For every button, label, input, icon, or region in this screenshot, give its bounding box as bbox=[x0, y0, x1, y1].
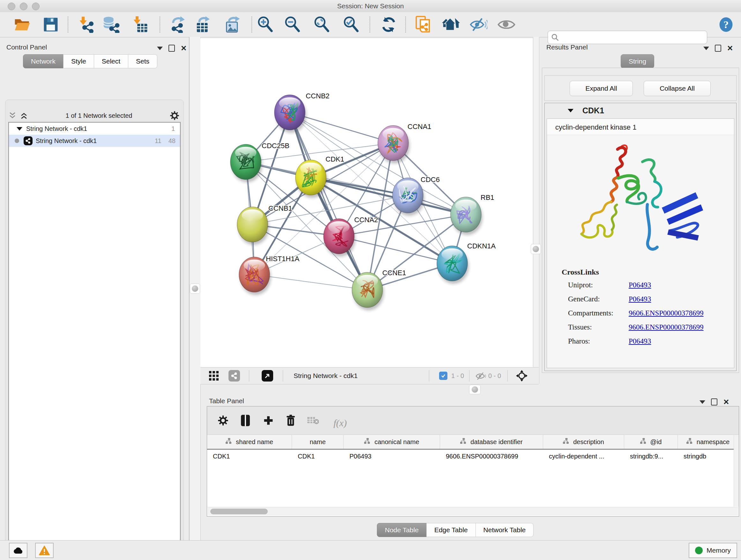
table-cell[interactable]: stringdb:9... bbox=[624, 453, 678, 460]
export-table-icon[interactable] bbox=[194, 16, 211, 33]
zoom-in-icon[interactable] bbox=[257, 16, 274, 33]
memory-button[interactable]: Memory bbox=[689, 543, 737, 558]
results-panel-close-icon[interactable]: ✕ bbox=[727, 45, 733, 51]
collection-count: 1 bbox=[172, 125, 175, 132]
control-panel-menu-icon[interactable] bbox=[157, 47, 163, 50]
delete-table-icon[interactable] bbox=[307, 416, 319, 425]
collapse-all-button[interactable]: Collapse All bbox=[644, 81, 711, 96]
table-cell[interactable]: P06493 bbox=[344, 453, 440, 460]
table-cell[interactable]: 9606.ENSP00000378699 bbox=[440, 453, 543, 460]
tab-style[interactable]: Style bbox=[63, 54, 94, 68]
scrollbar-thumb[interactable] bbox=[210, 509, 268, 514]
table-cell[interactable]: stringdb bbox=[678, 453, 738, 460]
close-window-button[interactable] bbox=[8, 3, 15, 10]
node-label-RB1: RB1 bbox=[481, 193, 494, 201]
network-edge-HIST1H1A-CCNE1[interactable] bbox=[254, 274, 367, 290]
network-edge-CCNB2-CCNE1[interactable] bbox=[290, 112, 367, 290]
column-header-shared-name[interactable]: shared name bbox=[207, 435, 292, 449]
node-label-CCNB1: CCNB1 bbox=[268, 204, 292, 212]
table-panel-float-icon[interactable] bbox=[711, 398, 718, 406]
zoom-fit-icon[interactable] bbox=[313, 16, 330, 33]
network-view-type-icon[interactable] bbox=[228, 370, 240, 381]
selected-checkbox-icon[interactable] bbox=[439, 372, 448, 380]
zoom-out-icon[interactable] bbox=[284, 16, 301, 33]
network-row-selected[interactable]: String Network - cdk1 11 48 bbox=[9, 135, 180, 147]
warnings-button[interactable] bbox=[35, 543, 54, 558]
network-collection-row[interactable]: String Network - cdk1 1 bbox=[9, 123, 180, 135]
delete-column-trash-icon[interactable] bbox=[286, 415, 296, 426]
column-header-description[interactable]: description bbox=[543, 435, 624, 449]
tab-sets[interactable]: Sets bbox=[128, 54, 157, 68]
home-networks-icon[interactable] bbox=[442, 17, 460, 32]
gene-collapse-arrow-icon[interactable] bbox=[568, 109, 574, 112]
fit-selected-crosshair-icon[interactable] bbox=[516, 370, 528, 383]
minimize-window-button[interactable] bbox=[20, 3, 27, 10]
expand-all-chevron-icon[interactable] bbox=[20, 111, 28, 120]
cloud-status-button[interactable] bbox=[9, 543, 27, 558]
crosslink-label: Tissues: bbox=[568, 323, 629, 331]
crosslink-link[interactable]: 9606.ENSP00000378699 bbox=[629, 323, 704, 331]
table-horizontal-scrollbar[interactable] bbox=[208, 507, 738, 516]
column-header-canonical-name[interactable]: canonical name bbox=[344, 435, 440, 449]
table-cell[interactable]: cyclin-dependent ... bbox=[543, 453, 624, 460]
control-panel-float-icon[interactable] bbox=[169, 45, 175, 52]
function-builder-icon[interactable]: f(x) bbox=[333, 418, 347, 428]
network-edge-CCNA2-CDKN1A[interactable] bbox=[339, 236, 452, 263]
hide-selected-eye-slash-icon[interactable] bbox=[470, 17, 488, 32]
tab-edge-table[interactable]: Edge Table bbox=[426, 523, 476, 537]
column-header-namespace[interactable]: namespace bbox=[678, 435, 738, 449]
tab-select[interactable]: Select bbox=[94, 54, 128, 68]
import-table-from-file-icon[interactable] bbox=[131, 16, 148, 33]
column-header-name[interactable]: name bbox=[292, 435, 344, 449]
left-splitter[interactable] bbox=[189, 37, 201, 540]
expand-all-button[interactable]: Expand All bbox=[569, 81, 633, 96]
crosslink-link[interactable]: P06493 bbox=[629, 281, 651, 289]
crosslink-link[interactable]: P06493 bbox=[629, 295, 651, 303]
table-panel-menu-icon[interactable] bbox=[699, 400, 705, 404]
help-icon[interactable]: ? bbox=[718, 17, 734, 32]
export-image-icon[interactable] bbox=[224, 16, 241, 33]
tab-string[interactable]: String bbox=[621, 54, 654, 68]
import-network-from-file-icon[interactable] bbox=[77, 16, 94, 33]
gene-section-header[interactable]: CDK1 bbox=[545, 103, 736, 118]
results-panel-float-icon[interactable] bbox=[715, 45, 721, 52]
show-columns-icon[interactable] bbox=[240, 415, 251, 427]
show-all-eye-icon[interactable] bbox=[497, 18, 515, 31]
refresh-layout-icon[interactable] bbox=[381, 16, 397, 33]
table-cell[interactable]: CDK1 bbox=[292, 453, 344, 460]
results-splitter[interactable] bbox=[533, 37, 539, 384]
grid-view-icon[interactable] bbox=[209, 371, 219, 381]
table-panel-close-icon[interactable]: ✕ bbox=[723, 399, 729, 405]
column-header-@id[interactable]: @id bbox=[624, 435, 678, 449]
table-row[interactable]: CDK1CDK1P064939606.ENSP00000378699cyclin… bbox=[207, 449, 739, 463]
crosslink-link[interactable]: 9606.ENSP00000378699 bbox=[629, 309, 704, 317]
open-session-icon[interactable] bbox=[14, 17, 30, 32]
tab-node-table[interactable]: Node Table bbox=[377, 523, 427, 537]
save-session-icon[interactable] bbox=[43, 17, 58, 32]
control-panel-close-icon[interactable]: ✕ bbox=[181, 45, 187, 51]
results-panel-menu-icon[interactable] bbox=[703, 47, 709, 50]
birdseye-view-icon[interactable] bbox=[262, 370, 273, 381]
table-splitter-handle[interactable] bbox=[469, 385, 481, 394]
gear-icon[interactable] bbox=[170, 111, 179, 120]
node-table-box: f(x) shared namenamecanonical namedataba… bbox=[207, 406, 739, 516]
export-network-icon[interactable] bbox=[170, 16, 186, 33]
crosslink-link[interactable]: P06493 bbox=[629, 337, 651, 346]
collapse-all-chevron-icon[interactable] bbox=[8, 111, 17, 120]
table-vertical-scrollbar[interactable] bbox=[734, 435, 739, 507]
zoom-selected-icon[interactable] bbox=[342, 16, 360, 33]
zoom-window-button[interactable] bbox=[32, 3, 40, 10]
left-splitter-handle[interactable] bbox=[190, 284, 200, 294]
import-network-from-database-icon[interactable] bbox=[103, 16, 120, 33]
add-column-icon[interactable] bbox=[263, 415, 273, 426]
table-gear-icon[interactable] bbox=[218, 415, 228, 426]
table-cell[interactable]: CDK1 bbox=[207, 453, 292, 460]
network-canvas[interactable]: CCNB2CCNA1CDC25BCDK1CDC6RB1CCNB1CCNA2CDK… bbox=[200, 38, 533, 367]
network-from-selection-icon[interactable] bbox=[415, 16, 431, 34]
tab-network[interactable]: Network bbox=[23, 54, 64, 68]
table-splitter[interactable] bbox=[200, 384, 741, 395]
hidden-eye-slash-icon[interactable] bbox=[475, 372, 486, 381]
tab-network-table[interactable]: Network Table bbox=[475, 523, 534, 537]
column-header-database-identifier[interactable]: database identifier bbox=[440, 435, 543, 449]
collection-expand-arrow-icon[interactable] bbox=[17, 127, 22, 131]
